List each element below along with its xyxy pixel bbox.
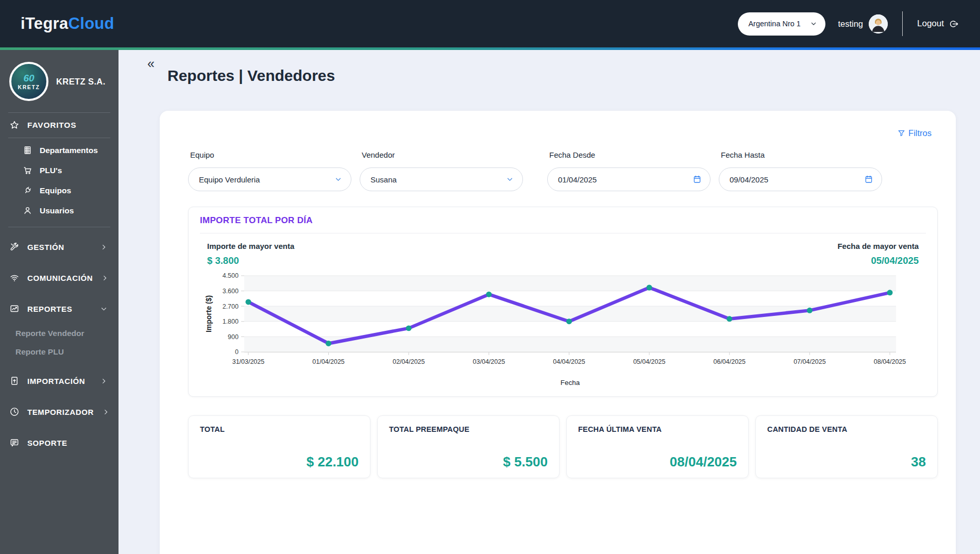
user-avatar[interactable] xyxy=(869,14,888,33)
filters-toggle-link[interactable]: Filtros xyxy=(897,128,932,138)
page-title-section: Reportes | xyxy=(167,67,243,84)
fecha-hasta-input[interactable] xyxy=(730,175,859,184)
filter-row: Equipo Equipo Verduleria Vendedor Susana… xyxy=(188,150,938,191)
chevron-down-icon xyxy=(99,305,108,313)
main-content: « Reportes | Vendedores Filtros Equipo E… xyxy=(119,50,980,554)
logout-icon xyxy=(949,19,959,29)
fecha-desde-label: Fecha Desde xyxy=(549,150,711,159)
stat-value: 08/04/2025 xyxy=(670,454,737,470)
max-date-value: 05/04/2025 xyxy=(837,255,919,266)
sidebar-collapse-button[interactable]: « xyxy=(147,56,155,71)
plug-icon xyxy=(23,186,32,195)
report-chart-icon xyxy=(9,304,20,314)
max-sale-block: Importe de mayor venta $ 3.800 xyxy=(207,242,294,266)
tools-icon xyxy=(9,242,20,252)
fecha-hasta-label: Fecha Hasta xyxy=(721,150,882,159)
sidebar-section-label: COMUNICACIÓN xyxy=(27,274,93,282)
top-header: iTegraCloud Argentina Nro 1 testing Logo… xyxy=(0,0,980,47)
sidebar: 60 KRETZ KRETZ S.A. FAVORITOS Departamen… xyxy=(0,50,119,554)
logout-label: Logout xyxy=(917,19,944,29)
fecha-desde-input[interactable] xyxy=(558,175,687,184)
svg-text:2.700: 2.700 xyxy=(223,303,239,310)
sidebar-sublist-reportes: Reporte VendedorReporte PLU xyxy=(0,324,119,365)
stat-card-cantidad-de-venta: CANTIDAD DE VENTA38 xyxy=(755,415,938,478)
calendar-icon[interactable] xyxy=(864,175,873,184)
stat-label: CANTIDAD DE VENTA xyxy=(767,425,926,433)
filter-equipo: Equipo Equipo Verduleria xyxy=(188,150,351,191)
svg-text:02/04/2025: 02/04/2025 xyxy=(393,358,425,365)
sidebar-item-reporte-vendedor[interactable]: Reporte Vendedor xyxy=(0,324,119,343)
svg-text:08/04/2025: 08/04/2025 xyxy=(874,358,906,365)
stat-card-fecha-ltima-venta: FECHA ÚLTIMA VENTA08/04/2025 xyxy=(566,415,749,478)
svg-text:01/04/2025: 01/04/2025 xyxy=(312,358,345,365)
filters-link-label: Filtros xyxy=(908,128,932,138)
chevron-down-icon xyxy=(334,175,343,184)
filter-fecha-desde: Fecha Desde xyxy=(547,150,711,191)
svg-text:03/04/2025: 03/04/2025 xyxy=(473,358,505,365)
page-title: Reportes | Vendedores xyxy=(167,67,335,85)
chart-summary-row: Importe de mayor venta $ 3.800 Fecha de … xyxy=(207,242,919,266)
wifi-icon xyxy=(9,273,20,283)
sidebar-item-equipos[interactable]: Equipos xyxy=(0,180,119,200)
company-profile: 60 KRETZ KRETZ S.A. xyxy=(0,50,119,112)
sidebar-section-label: SOPORTE xyxy=(27,439,108,447)
svg-text:3.600: 3.600 xyxy=(223,288,239,295)
sidebar-item-reporte-plu[interactable]: Reporte PLU xyxy=(0,343,119,361)
sidebar-item-favoritos[interactable]: FAVORITOS xyxy=(0,113,119,138)
report-panel: Filtros Equipo Equipo Verduleria Vendedo… xyxy=(160,111,956,554)
sidebar-section-temporizador[interactable]: TEMPORIZADOR xyxy=(0,396,119,427)
stat-label: TOTAL PREEMPAQUE xyxy=(389,425,548,433)
svg-text:05/04/2025: 05/04/2025 xyxy=(633,358,666,365)
svg-text:07/04/2025: 07/04/2025 xyxy=(793,358,826,365)
svg-text:04/04/2025: 04/04/2025 xyxy=(553,358,585,365)
fecha-desde-input-wrap xyxy=(547,167,711,191)
header-divider xyxy=(902,11,903,36)
sidebar-item-label: Equipos xyxy=(40,186,71,195)
line-chart: 4.5003.6002.7001.800900031/03/202501/04/… xyxy=(200,270,926,391)
company-name: KRETZ S.A. xyxy=(56,77,106,87)
chevron-right-icon xyxy=(102,408,110,416)
max-date-label: Fecha de mayor venta xyxy=(837,242,919,250)
max-sale-label: Importe de mayor venta xyxy=(207,242,294,250)
daily-total-chart-card: IMPORTE TOTAL POR DÍA Importe de mayor v… xyxy=(188,207,938,397)
store-selector[interactable]: Argentina Nro 1 xyxy=(738,12,825,36)
calendar-icon[interactable] xyxy=(692,175,702,184)
filter-vendedor: Vendedor Susana xyxy=(360,150,523,191)
equipo-select-value: Equipo Verduleria xyxy=(199,175,260,184)
vendedor-label: Vendedor xyxy=(362,150,523,159)
sidebar-section-importaci-n[interactable]: IMPORTACIÓN xyxy=(0,365,119,396)
chart-card-title: IMPORTE TOTAL POR DÍA xyxy=(200,215,926,226)
equipo-label: Equipo xyxy=(190,150,351,159)
stat-label: TOTAL xyxy=(200,425,359,433)
sidebar-section-label: IMPORTACIÓN xyxy=(27,377,92,385)
svg-text:Importe ($): Importe ($) xyxy=(205,295,213,332)
sidebar-section-comunicaci-n[interactable]: COMUNICACIÓN xyxy=(0,262,119,293)
user-box[interactable]: testing xyxy=(838,14,888,33)
sidebar-item-label: PLU's xyxy=(40,166,62,175)
sidebar-item-departamentos[interactable]: Departamentos xyxy=(0,140,119,160)
svg-text:Fecha: Fecha xyxy=(561,379,580,387)
sidebar-section-gesti-n[interactable]: GESTIÓN xyxy=(0,231,119,262)
logout-button[interactable]: Logout xyxy=(917,19,959,29)
sidebar-section-label: REPORTES xyxy=(27,305,92,313)
support-icon xyxy=(9,438,20,448)
logo-text-itegra: iTegra xyxy=(21,14,69,32)
app-logo[interactable]: iTegraCloud xyxy=(21,14,114,33)
favoritos-label: FAVORITOS xyxy=(27,121,76,130)
store-selector-value: Argentina Nro 1 xyxy=(748,20,805,28)
svg-text:4.500: 4.500 xyxy=(223,272,239,279)
chevron-down-icon xyxy=(809,20,818,28)
sidebar-section-reportes[interactable]: REPORTES xyxy=(0,293,119,324)
company-avatar-60: 60 xyxy=(23,73,34,83)
equipo-select[interactable]: Equipo Verduleria xyxy=(188,167,351,191)
vendedor-select[interactable]: Susana xyxy=(360,167,523,191)
sidebar-item-plu-s[interactable]: PLU's xyxy=(0,160,119,180)
stat-value: $ 22.100 xyxy=(307,454,359,470)
username-label: testing xyxy=(838,19,863,29)
sidebar-item-label: Departamentos xyxy=(40,146,98,155)
sidebar-item-usuarios[interactable]: Usuarios xyxy=(0,200,119,221)
funnel-icon xyxy=(897,129,906,138)
sidebar-section-soporte[interactable]: SOPORTE xyxy=(0,427,119,458)
fecha-hasta-input-wrap xyxy=(719,167,882,191)
stat-card-total: TOTAL$ 22.100 xyxy=(188,415,370,478)
